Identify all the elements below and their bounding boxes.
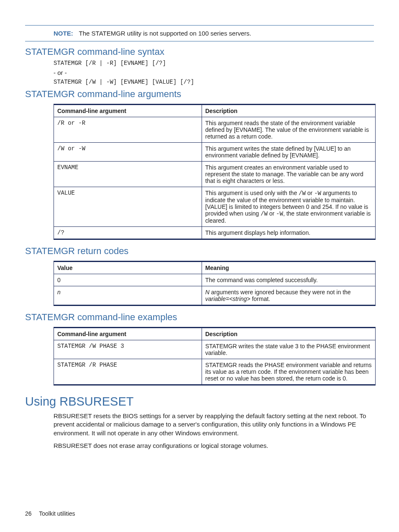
text-fragment: or	[268, 210, 276, 217]
examples-cell-cmd: STATEMGR /W PHASE 3	[54, 340, 202, 359]
args-cell-arg: EVNAME	[54, 162, 202, 187]
table-header-row: Command-line argument Description	[54, 105, 376, 117]
text-fragment: This argument is used only with the	[205, 190, 299, 196]
page-number: 26	[25, 510, 32, 517]
examples-cell-desc: STATEMGR writes the state value 3 to the…	[202, 340, 375, 359]
table-header-row: Value Meaning	[54, 262, 376, 274]
syntax-or: - or -	[54, 69, 374, 76]
args-cell-desc: This argument reads the state of the env…	[202, 117, 375, 143]
syntax-line-1: STATEMGR [/R | -R] [EVNAME] [/?]	[54, 60, 374, 67]
args-cell-desc: This argument writes the state defined b…	[202, 143, 375, 162]
args-cell-desc: This argument displays help information.	[202, 227, 375, 239]
heading-rbsureset: Using RBSURESET	[25, 395, 374, 409]
table-row: STATEMGR /W PHASE 3 STATEMGR writes the …	[54, 340, 376, 359]
table-row: STATEMGR /R PHASE STATEMGR reads the PHA…	[54, 359, 376, 385]
note-text: The STATEMGR utility is not supported on…	[79, 30, 251, 37]
note-block: NOTE: The STATEMGR utility is not suppor…	[25, 25, 374, 41]
table-row: VALUE This argument is used only with th…	[54, 187, 376, 227]
table-row: n N arguments were ignored because they …	[54, 286, 376, 306]
returns-th-meaning: Meaning	[202, 262, 375, 274]
args-cell-arg: /W or -W	[54, 143, 202, 162]
code-fragment: variable=<string>	[205, 296, 251, 302]
args-cell-arg: VALUE	[54, 187, 202, 227]
rbsureset-paragraph-2: RBSURESET does not erase array configura…	[54, 442, 374, 450]
table-row: EVNAME This argument creates an environm…	[54, 162, 376, 187]
args-cell-desc: This argument creates an environment var…	[202, 162, 375, 187]
args-cell-desc: This argument is used only with the /W o…	[202, 187, 375, 227]
examples-th-description: Description	[202, 328, 375, 340]
text-fragment: N	[205, 289, 210, 296]
returns-cell-meaning: N arguments were ignored because they we…	[202, 286, 375, 306]
heading-args: STATEMGR command-line arguments	[25, 89, 374, 100]
examples-cell-desc: STATEMGR reads the PHASE environment var…	[202, 359, 375, 385]
heading-returns: STATEMGR return codes	[25, 246, 374, 257]
text-fragment: format.	[251, 296, 270, 302]
examples-table: Command-line argument Description STATEM…	[54, 327, 376, 386]
code-fragment: -W	[276, 211, 283, 217]
syntax-block: STATEMGR [/R | -R] [EVNAME] [/?] - or - …	[54, 60, 374, 85]
examples-th-argument: Command-line argument	[54, 328, 202, 340]
table-header-row: Command-line argument Description	[54, 328, 376, 340]
table-row: /? This argument displays help informati…	[54, 227, 376, 239]
table-row: /W or -W This argument writes the state …	[54, 143, 376, 162]
returns-th-value: Value	[54, 262, 202, 274]
text-fragment: or	[306, 190, 314, 196]
heading-syntax: STATEMGR command-line syntax	[25, 46, 374, 57]
code-fragment: -W	[314, 190, 321, 197]
examples-cell-cmd: STATEMGR /R PHASE	[54, 359, 202, 385]
args-cell-arg: /?	[54, 227, 202, 239]
args-table: Command-line argument Description /R or …	[54, 104, 376, 240]
args-cell-arg: /R or -R	[54, 117, 202, 143]
returns-cell-meaning: The command was completed successfully.	[202, 274, 375, 286]
syntax-line-2: STATEMGR [/W | -W] [EVNAME] [VALUE] [/?]	[54, 79, 374, 85]
heading-examples: STATEMGR command-line examples	[25, 312, 374, 323]
returns-cell-value: 0	[54, 274, 202, 286]
text-fragment: arguments were ignored because they were…	[210, 289, 351, 296]
code-fragment: /W	[261, 211, 268, 217]
table-row: 0 The command was completed successfully…	[54, 274, 376, 286]
returns-table: Value Meaning 0 The command was complete…	[54, 261, 376, 306]
footer-title: Toolkit utilities	[39, 510, 75, 517]
args-th-argument: Command-line argument	[54, 105, 202, 117]
code-fragment: /W	[299, 190, 306, 197]
table-row: /R or -R This argument reads the state o…	[54, 117, 376, 143]
rbsureset-paragraph-1: RBSURESET resets the BIOS settings for a…	[54, 412, 374, 437]
note-label: NOTE:	[54, 30, 73, 37]
page-footer: 26 Toolkit utilities	[25, 510, 75, 517]
args-th-description: Description	[202, 105, 375, 117]
returns-cell-value: n	[54, 286, 202, 306]
